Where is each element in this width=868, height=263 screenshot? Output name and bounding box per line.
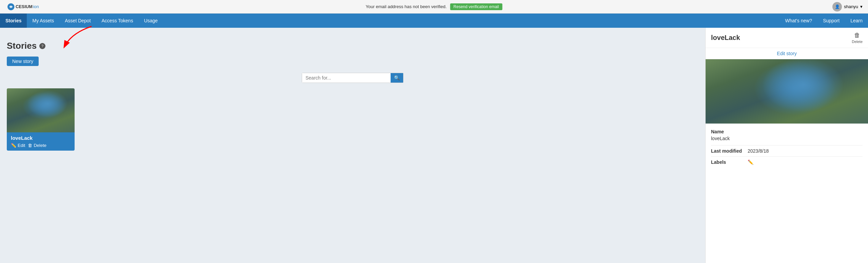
right-panel-header: loveLack 🗑 Delete (706, 28, 868, 48)
top-banner: CESIUM ion Your email address has not be… (0, 0, 868, 14)
left-panel: Stories ? New story (0, 28, 705, 263)
delete-label-right: Delete (852, 40, 863, 44)
right-panel-delete-button[interactable]: 🗑 Delete (852, 32, 863, 44)
verify-message: Your email address has not been verified… (366, 4, 447, 9)
svg-text:CESIUM: CESIUM (16, 4, 33, 9)
name-label: Name (711, 129, 863, 134)
resend-verification-button[interactable]: Resend verification email (450, 3, 502, 10)
nav-bar: Stories My Assets Asset Depot Access Tok… (0, 14, 868, 28)
last-modified-label: Last modified (711, 148, 745, 154)
stories-grid: loveLack ✏️ Edit 🗑 Delete (7, 88, 698, 151)
search-input[interactable] (302, 73, 391, 83)
nav-item-stories[interactable]: Stories (0, 14, 27, 28)
nav-item-usage[interactable]: Usage (139, 14, 163, 28)
chevron-down-icon: ▾ (860, 4, 863, 9)
nav-item-asset-depot[interactable]: Asset Depot (59, 14, 96, 28)
trash-icon-right: 🗑 (854, 32, 860, 39)
name-value: loveLack (711, 136, 863, 141)
divider-2 (711, 156, 863, 157)
page-title: Stories (7, 41, 37, 51)
main-content: Stories ? New story (0, 28, 868, 263)
svg-text:ion: ion (33, 4, 39, 9)
edit-label: Edit (18, 143, 25, 148)
logo-area: CESIUM ion (5, 3, 46, 11)
nav-item-access-tokens[interactable]: Access Tokens (96, 14, 139, 28)
delete-label: Delete (34, 143, 46, 148)
new-story-button[interactable]: New story (7, 57, 39, 66)
last-modified-row: Last modified 2023/8/18 (711, 148, 863, 154)
trash-icon: 🗑 (28, 143, 32, 148)
search-button[interactable]: 🔍 (391, 73, 403, 83)
story-card-footer: loveLack ✏️ Edit 🗑 Delete (7, 132, 75, 151)
divider-1 (711, 145, 863, 146)
help-icon-symbol: ? (41, 44, 43, 48)
right-panel: loveLack 🗑 Delete Edit story Name loveLa… (705, 28, 868, 263)
search-wrapper: 🔍 (302, 73, 403, 83)
pencil-icon: ✏️ (11, 143, 16, 148)
last-modified-value: 2023/8/18 (748, 148, 769, 154)
labels-edit-icon[interactable]: ✏️ (748, 159, 753, 165)
story-edit-button[interactable]: ✏️ Edit (11, 143, 25, 148)
nav-item-learn[interactable]: Learn (845, 14, 868, 28)
edit-story-link[interactable]: Edit story (706, 48, 868, 59)
nav-item-whats-new[interactable]: What's new? (780, 14, 817, 28)
labels-label: Labels (711, 159, 745, 165)
verification-banner: Your email address has not been verified… (366, 3, 502, 10)
labels-row: Labels ✏️ (711, 159, 863, 165)
nav-item-my-assets[interactable]: My Assets (27, 14, 59, 28)
page-title-row: Stories ? (7, 41, 698, 51)
story-card-thumbnail (7, 88, 75, 132)
search-icon: 🔍 (394, 75, 400, 81)
story-card-actions: ✏️ Edit 🗑 Delete (11, 143, 71, 148)
right-panel-details: Name loveLack Last modified 2023/8/18 La… (706, 124, 868, 173)
story-card-name: loveLack (11, 135, 71, 141)
right-panel-title: loveLack (711, 34, 740, 42)
user-name: shanyu (844, 4, 858, 9)
story-card[interactable]: loveLack ✏️ Edit 🗑 Delete (7, 88, 75, 151)
user-menu[interactable]: 👤 shanyu ▾ (832, 2, 863, 12)
cesium-logo: CESIUM ion (5, 3, 46, 11)
nav-left: Stories My Assets Asset Depot Access Tok… (0, 14, 163, 28)
nav-right: What's new? Support Learn (780, 14, 868, 28)
avatar: 👤 (832, 2, 842, 12)
help-icon[interactable]: ? (39, 43, 45, 49)
right-panel-story-image (706, 59, 868, 124)
story-delete-button[interactable]: 🗑 Delete (28, 143, 46, 148)
nav-item-support[interactable]: Support (817, 14, 845, 28)
